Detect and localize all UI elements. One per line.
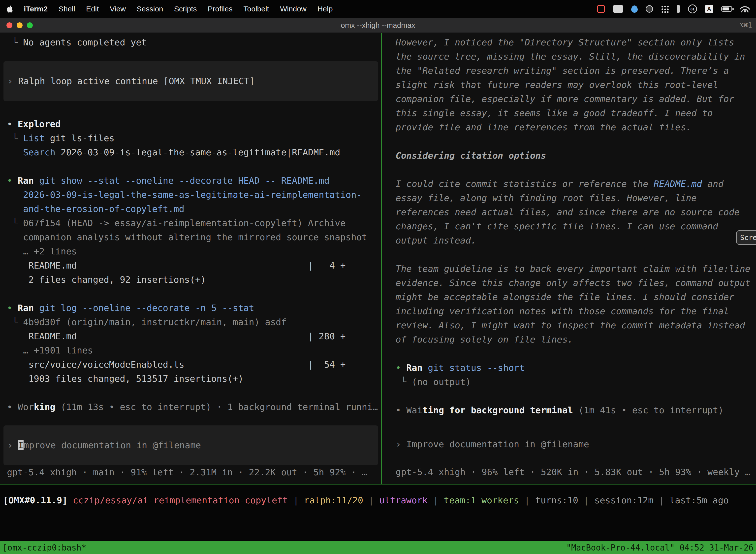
terminal-right-pane[interactable]: However, I noticed the "Directory Struct… bbox=[382, 33, 756, 484]
terminal-line: └ 067f154 (HEAD -> essay/ai-reimplementa… bbox=[0, 216, 381, 230]
thinking-paragraph-1: However, I noticed the "Directory Struct… bbox=[382, 35, 752, 134]
text-segment bbox=[67, 495, 73, 505]
text-segment: mprove documentation in @filename bbox=[23, 440, 201, 450]
terminal-left-pane[interactable]: └ No agents completed yet› Ralph loop ac… bbox=[0, 33, 381, 484]
menu-item-iterm2[interactable]: iTerm2 bbox=[24, 5, 48, 13]
thinking-paragraph-2: I could cite commit statistics or refere… bbox=[382, 177, 752, 247]
text-segment: session:12m bbox=[594, 495, 653, 505]
omx-status-bar: [OMX#0.11.9] cczip/essay/ai-reimplementa… bbox=[0, 485, 756, 515]
thinking-paragraph-3: The team guideline is to back every impo… bbox=[382, 262, 752, 346]
keyboard-icon[interactable] bbox=[613, 5, 623, 13]
text-segment bbox=[34, 175, 39, 186]
text-segment: | bbox=[653, 495, 670, 505]
text-segment: • bbox=[7, 119, 18, 129]
text-segment: | bbox=[288, 495, 304, 505]
ran-git-show-line: • Ran git show --stat --oneline --decora… bbox=[0, 173, 381, 188]
key-icon[interactable] bbox=[677, 5, 680, 13]
text-segment bbox=[7, 189, 23, 200]
menu-item-toolbelt[interactable]: Toolbelt bbox=[244, 5, 269, 13]
menu-bar: iTerm2ShellEditViewSessionScriptsProfile… bbox=[0, 0, 756, 18]
text-segment: No agents completed yet bbox=[23, 37, 147, 47]
terminal-line: README.md | 280 + bbox=[0, 329, 381, 343]
close-button[interactable] bbox=[6, 22, 12, 28]
text-segment: • bbox=[7, 303, 18, 313]
battery-percent-icon[interactable]: 61 bbox=[688, 4, 697, 13]
omx-status-line: [OMX#0.11.9] cczip/essay/ai-reimplementa… bbox=[3, 495, 729, 505]
text-segment: 2026-03-09-is-legal-the-same-as-legitima… bbox=[23, 189, 362, 200]
menu-item-shell[interactable]: Shell bbox=[59, 5, 75, 13]
screen-recording-icon[interactable] bbox=[597, 5, 605, 13]
drop-icon[interactable] bbox=[631, 5, 638, 13]
prompt-input[interactable]: › Improve documentation in @filename bbox=[3, 426, 378, 465]
text-segment: Search bbox=[23, 147, 55, 157]
text-segment: (no output) bbox=[412, 377, 471, 387]
text-segment: ting for background terminal bbox=[422, 405, 573, 415]
text-segment: README.md | 4 + bbox=[7, 260, 345, 271]
wifi-icon[interactable] bbox=[740, 5, 750, 12]
text-segment: git status --short bbox=[428, 363, 524, 373]
text-segment: 2 files changed, 92 insertions(+) bbox=[7, 275, 206, 285]
text-segment: and-the-erosion-of-copyleft.md bbox=[23, 204, 184, 214]
text-segment: (11m 13s • esc to interrupt) · 1 backgro… bbox=[55, 402, 378, 412]
menu-item-help[interactable]: Help bbox=[317, 5, 333, 13]
prompt-box-line: › Ralph loop active continue [OMX_TMUX_I… bbox=[3, 74, 378, 88]
text-segment: | bbox=[519, 495, 535, 505]
text-segment: … +2 lines bbox=[7, 246, 77, 257]
terminal-line: … +1901 lines bbox=[0, 343, 381, 357]
blank-line bbox=[382, 247, 756, 262]
battery-icon[interactable] bbox=[721, 6, 732, 12]
menu-item-scripts[interactable]: Scripts bbox=[174, 5, 197, 13]
menu-item-view[interactable]: View bbox=[110, 5, 126, 13]
terminal-line: companion analysis without altering the … bbox=[0, 230, 381, 244]
text-segment: team:1 workers bbox=[444, 495, 519, 505]
ralph-loop-box[interactable]: › Ralph loop active continue [OMX_TMUX_I… bbox=[3, 61, 378, 101]
tmux-host-clock: "MacBook-Pro-44.local" 04:52 31-Mar-26 bbox=[566, 543, 754, 553]
disc-icon[interactable] bbox=[646, 5, 653, 13]
apps-grid-icon[interactable] bbox=[661, 5, 669, 13]
text-segment: └ bbox=[7, 317, 23, 327]
text-segment: └ bbox=[7, 218, 23, 228]
apple-menu-icon[interactable] bbox=[6, 5, 13, 13]
text-segment: I bbox=[18, 440, 23, 450]
terminal-line: 2026-03-09-is-legal-the-same-as-legitima… bbox=[0, 188, 381, 202]
menu-item-window[interactable]: Window bbox=[280, 5, 307, 13]
menu-item-edit[interactable]: Edit bbox=[86, 5, 99, 13]
menu-items: iTerm2ShellEditViewSessionScriptsProfile… bbox=[6, 5, 333, 13]
minimize-button[interactable] bbox=[17, 22, 22, 28]
input-source-icon[interactable]: A bbox=[705, 5, 713, 13]
text-segment: git log --oneline --decorate -n 5 --stat bbox=[39, 303, 254, 313]
blank-line bbox=[0, 287, 381, 301]
tmux-status-bar: [omx-cczip0:bash* "MacBook-Pro-44.local"… bbox=[0, 541, 756, 554]
zoom-button[interactable] bbox=[27, 22, 33, 28]
screen-share-badge-text: Scre bbox=[740, 233, 756, 242]
text-segment: cczip/essay/ai-reimplementation-copyleft bbox=[73, 495, 288, 505]
terminal-line: 1903 files changed, 513517 insertions(+) bbox=[0, 372, 381, 386]
blank-line bbox=[382, 163, 756, 177]
text-segment: • bbox=[7, 175, 18, 186]
agents-status-line: └ No agents completed yet bbox=[0, 35, 381, 49]
prompt-line: › Improve documentation in @filename bbox=[382, 437, 756, 451]
text-segment: › bbox=[7, 76, 18, 86]
window-shortcut-hint: ⌥⌘1 bbox=[739, 21, 752, 29]
traffic-lights bbox=[6, 22, 33, 28]
menu-item-profiles[interactable]: Profiles bbox=[208, 5, 233, 13]
menu-item-session[interactable]: Session bbox=[137, 5, 163, 13]
terminal-line: 2 files changed, 92 insertions(+) bbox=[0, 273, 381, 287]
text-segment bbox=[7, 204, 23, 214]
terminal-window: └ No agents completed yet› Ralph loop ac… bbox=[0, 33, 756, 485]
thinking-heading: Considering citation options bbox=[382, 149, 756, 163]
ran-git-log-line: • Ran git log --oneline --decorate -n 5 … bbox=[0, 301, 381, 315]
text-segment: Ran bbox=[406, 363, 422, 373]
text-segment: Wai bbox=[406, 405, 422, 415]
text-segment: Explored bbox=[18, 119, 61, 129]
screen-share-badge[interactable]: Scre bbox=[736, 230, 756, 245]
ran-git-status-line: • Ran git status --short bbox=[382, 361, 756, 375]
text-segment: | bbox=[578, 495, 594, 505]
text-segment: 2026-03-09-is-legal-the-same-as-legitima… bbox=[55, 147, 340, 157]
text-segment: | bbox=[428, 495, 444, 505]
gap bbox=[382, 451, 756, 465]
text-segment: └ bbox=[7, 37, 23, 47]
text-segment bbox=[422, 363, 428, 373]
text-segment: Wor bbox=[18, 402, 34, 412]
tmux-session-label: [omx-cczip0:bash* bbox=[2, 543, 86, 553]
